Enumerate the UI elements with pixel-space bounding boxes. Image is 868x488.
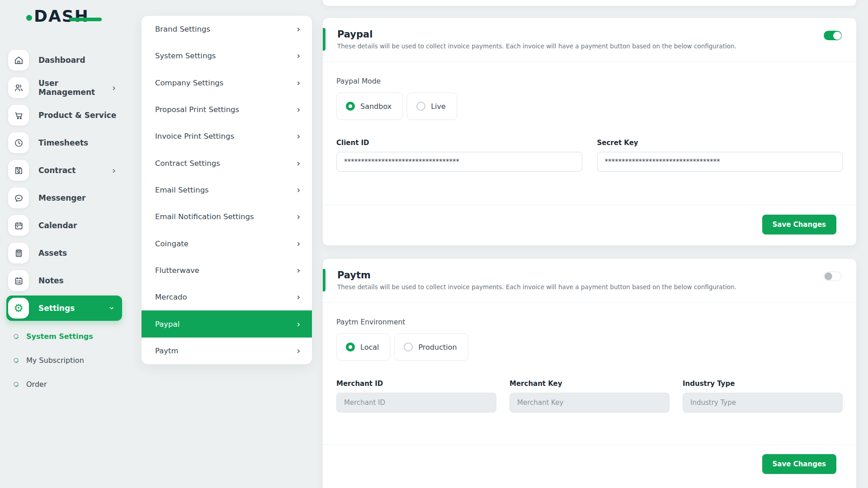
sidebar-item-messenger[interactable]: Messenger: [6, 187, 122, 209]
logo-bar-icon: [69, 18, 102, 21]
sidebar-item-calendar[interactable]: Calendar: [6, 215, 122, 236]
radio-option-production[interactable]: Production: [394, 333, 468, 361]
radio-option-live[interactable]: Live: [407, 93, 457, 120]
sidebar-item-label: Messenger: [38, 193, 85, 202]
chevron-right-icon: [297, 159, 300, 168]
bullet-icon: [13, 333, 19, 340]
home-icon: [8, 50, 29, 70]
subnav-item-order[interactable]: Order: [14, 372, 122, 396]
menu-item-email-settings[interactable]: Email Settings: [142, 177, 312, 203]
chevron-right-icon: [297, 105, 300, 114]
menu-item-label: Contract Settings: [155, 159, 220, 168]
menu-item-email-notification-settings[interactable]: Email Notification Settings: [142, 203, 312, 230]
bullet-icon: [13, 381, 19, 388]
sidebar-item-label: Product & Service: [38, 111, 116, 120]
chevron-right-icon: [297, 347, 300, 355]
merchant-id-label: Merchant ID: [336, 380, 496, 388]
industry-type-input[interactable]: [683, 393, 843, 413]
paypal-enabled-toggle[interactable]: [824, 31, 842, 40]
chevron-right-icon: [297, 25, 300, 33]
subnav-item-my-subscription[interactable]: My Subscription: [14, 348, 122, 372]
save-changes-button[interactable]: Save Changes: [762, 454, 836, 474]
radio-option-local[interactable]: Local: [336, 333, 390, 361]
paypal-mode-label: Paypal Mode: [336, 77, 843, 85]
sidebar-nav: Dashboard User Management Product & Serv…: [6, 49, 122, 325]
menu-item-system-settings[interactable]: System Settings: [142, 42, 312, 69]
contract-icon: [8, 160, 29, 181]
users-icon: [8, 77, 29, 98]
menu-item-mercado[interactable]: Mercado: [142, 284, 312, 310]
menu-item-flutterwave[interactable]: Flutterwave: [142, 257, 312, 284]
menu-item-label: Email Settings: [155, 186, 209, 194]
clock-icon: [8, 132, 29, 153]
chevron-right-icon: [297, 79, 300, 87]
radio-selected-icon[interactable]: [346, 102, 355, 111]
merchant-id-input[interactable]: [336, 393, 496, 413]
menu-item-paypal[interactable]: Paypal: [142, 310, 312, 337]
paytm-fields: Merchant ID Merchant Key Industry Type: [336, 380, 843, 413]
subnav-item-system-settings[interactable]: System Settings: [14, 324, 122, 348]
sidebar: DASH Dashboard User Management Product &…: [0, 0, 128, 488]
paypal-card-footer: Save Changes: [323, 205, 856, 245]
card-title: Paypal: [337, 29, 843, 40]
previous-card-bottom: [323, 0, 856, 6]
sidebar-item-settings[interactable]: Settings: [6, 296, 122, 321]
card-description: These details will be used to collect in…: [337, 283, 843, 291]
paytm-environment-options: Local Production: [336, 333, 843, 361]
accent-bar: [323, 28, 326, 51]
calendar-icon: [8, 215, 29, 236]
merchant-key-input[interactable]: [509, 393, 670, 413]
sidebar-item-contract[interactable]: Contract: [6, 160, 122, 181]
sidebar-item-dashboard[interactable]: Dashboard: [6, 49, 122, 71]
paytm-card: Paytm These details will be used to coll…: [323, 259, 856, 488]
menu-item-label: Invoice Print Settings: [155, 132, 234, 141]
paytm-enabled-toggle[interactable]: [824, 272, 842, 281]
toggle-knob: [833, 32, 841, 40]
radio-selected-icon[interactable]: [346, 343, 355, 352]
bullet-icon: [13, 357, 19, 364]
sidebar-item-user-management[interactable]: User Management: [6, 77, 122, 99]
sidebar-item-notes[interactable]: Notes: [6, 270, 122, 291]
menu-item-label: Brand Settings: [155, 25, 210, 33]
menu-item-invoice-print-settings[interactable]: Invoice Print Settings: [142, 123, 312, 150]
paypal-mode-options: Sandbox Live: [336, 93, 843, 120]
menu-item-paytm[interactable]: Paytm: [142, 338, 312, 364]
menu-item-brand-settings[interactable]: Brand Settings: [142, 16, 312, 42]
sidebar-item-timesheets[interactable]: Timesheets: [6, 132, 122, 154]
toggle-knob: [825, 272, 832, 280]
sidebar-item-product-service[interactable]: Product & Service: [6, 104, 122, 126]
radio-unselected-icon[interactable]: [416, 102, 425, 111]
radio-option-sandbox[interactable]: Sandbox: [336, 93, 403, 120]
menu-item-label: Mercado: [155, 293, 187, 301]
paytm-environment-label: Paytm Environment: [336, 318, 843, 326]
chevron-down-icon: [108, 306, 117, 310]
menu-item-label: Paytm: [155, 347, 179, 355]
chevron-right-icon: [297, 132, 300, 141]
radio-option-label: Local: [360, 343, 379, 352]
settings-menu-panel: Brand Settings System Settings Company S…: [142, 16, 312, 364]
radio-unselected-icon[interactable]: [404, 343, 413, 352]
notes-icon: [8, 270, 29, 291]
chevron-right-icon: [112, 166, 116, 175]
menu-item-label: Flutterwave: [155, 266, 199, 275]
industry-type-label: Industry Type: [683, 380, 843, 388]
paypal-card-body: Paypal Mode Sandbox Live Client ID Secre…: [323, 62, 856, 172]
sidebar-item-label: Calendar: [38, 221, 77, 230]
menu-item-label: Paypal: [155, 320, 179, 328]
sidebar-item-label: Contract: [38, 166, 75, 175]
sidebar-item-label: Notes: [38, 276, 64, 285]
client-id-input[interactable]: [336, 152, 582, 172]
secret-key-input[interactable]: [597, 152, 843, 172]
save-changes-button[interactable]: Save Changes: [762, 215, 836, 235]
app-logo[interactable]: DASH: [26, 8, 89, 24]
sidebar-item-assets[interactable]: Assets: [6, 242, 122, 264]
menu-item-label: Email Notification Settings: [155, 212, 254, 221]
menu-item-coingate[interactable]: Coingate: [142, 230, 312, 257]
accent-bar: [323, 269, 326, 291]
chevron-right-icon: [297, 320, 300, 328]
paytm-card-footer: Save Changes: [323, 444, 856, 485]
menu-item-company-settings[interactable]: Company Settings: [142, 70, 312, 96]
menu-item-proposal-print-settings[interactable]: Proposal Print Settings: [142, 96, 312, 123]
chevron-right-icon: [297, 239, 300, 248]
menu-item-contract-settings[interactable]: Contract Settings: [142, 150, 312, 177]
